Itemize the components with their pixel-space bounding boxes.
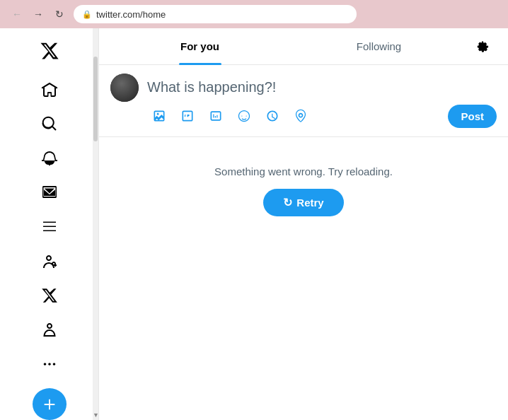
schedule-icon — [265, 109, 279, 123]
schedule-button[interactable] — [260, 104, 284, 128]
back-button[interactable]: ← — [8, 6, 25, 23]
sidebar-item-more[interactable] — [33, 349, 67, 380]
address-bar[interactable]: 🔒 twitter.com/home — [74, 5, 357, 23]
settings-tab-button[interactable] — [468, 33, 497, 61]
compose-area: What is happening?! — [99, 65, 508, 137]
plus-icon — [42, 397, 57, 412]
post-fab-button[interactable] — [33, 388, 67, 420]
envelope-icon — [41, 184, 58, 201]
image-icon — [152, 109, 166, 123]
emoji-icon — [237, 109, 251, 123]
location-button[interactable] — [289, 104, 313, 128]
scroll-down-arrow: ▼ — [93, 412, 98, 419]
retry-label: Retry — [296, 197, 323, 209]
browser-nav: ← → ↻ — [8, 6, 68, 23]
location-icon — [294, 109, 308, 123]
gif-button[interactable] — [175, 104, 200, 128]
profile-icon — [41, 322, 58, 339]
lists-icon — [41, 218, 58, 235]
lock-icon: 🔒 — [82, 10, 92, 19]
main-content: For you Following What is happening?! — [99, 28, 508, 420]
retry-button[interactable]: ↻ Retry — [263, 189, 343, 216]
compose-placeholder[interactable]: What is happening?! — [147, 74, 497, 104]
gif-icon — [180, 109, 195, 123]
tabs-bar: For you Following — [99, 28, 508, 65]
sidebar-item-communities[interactable] — [33, 245, 67, 277]
more-icon — [41, 356, 58, 373]
x-logo-icon — [40, 41, 59, 61]
tab-following[interactable]: Following — [289, 28, 468, 65]
tab-for-you[interactable]: For you — [110, 28, 289, 65]
forward-button[interactable]: → — [30, 6, 47, 23]
premium-x-icon — [41, 287, 58, 304]
image-upload-button[interactable] — [147, 104, 171, 128]
sidebar-logo[interactable] — [33, 35, 67, 67]
refresh-icon: ↻ — [283, 196, 292, 209]
compose-toolbar: Post — [147, 104, 497, 128]
search-icon — [41, 115, 58, 132]
avatar-image — [110, 74, 139, 102]
refresh-button[interactable]: ↻ — [51, 6, 68, 23]
browser-chrome: ← → ↻ 🔒 twitter.com/home — [0, 0, 508, 28]
home-icon — [41, 81, 58, 98]
bell-icon — [41, 150, 58, 167]
gear-icon — [475, 40, 490, 54]
url-text: twitter.com/home — [96, 9, 166, 20]
sidebar-item-home[interactable] — [33, 74, 67, 106]
emoji-button[interactable] — [232, 104, 256, 128]
sidebar-scrollbar[interactable] — [93, 28, 98, 420]
compose-right: What is happening?! — [147, 74, 497, 128]
poll-icon — [209, 109, 223, 123]
sidebar-item-search[interactable] — [33, 108, 67, 140]
app-layout: ▼ For you Following What is happening? — [0, 28, 508, 420]
scrollbar-thumb — [93, 57, 98, 141]
sidebar-item-lists[interactable] — [33, 211, 67, 243]
sidebar-item-premium[interactable] — [33, 280, 67, 312]
sidebar: ▼ — [0, 28, 99, 420]
post-button[interactable]: Post — [448, 105, 497, 128]
poll-button[interactable] — [204, 104, 228, 128]
avatar — [110, 74, 139, 102]
error-area: Something went wrong. Try reloading. ↻ R… — [99, 137, 508, 245]
sidebar-item-messages[interactable] — [33, 177, 67, 209]
sidebar-item-notifications[interactable] — [33, 143, 67, 175]
sidebar-item-profile[interactable] — [33, 314, 67, 346]
communities-icon — [41, 253, 58, 270]
error-message: Something went wrong. Try reloading. — [214, 165, 393, 177]
